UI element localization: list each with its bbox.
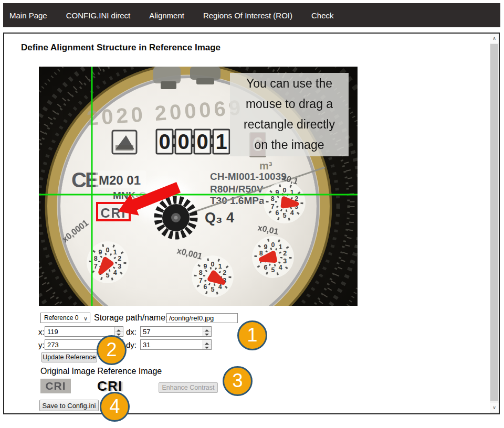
counter-digit: 0 <box>196 130 208 153</box>
svg-text:7: 7 <box>94 263 98 270</box>
nav-config-ini[interactable]: CONFIG.INI direct <box>66 11 131 20</box>
callout-3: 3 <box>223 366 253 396</box>
svg-text:3: 3 <box>283 258 287 265</box>
dx-spinner[interactable] <box>203 327 211 336</box>
save-to-config-button[interactable]: Save to Config.ini <box>39 400 99 411</box>
nav-main-page[interactable]: Main Page <box>9 11 47 20</box>
ce-mark: CE <box>71 168 99 191</box>
dy-label: dy: <box>126 340 136 349</box>
ratio-text: R80H/R50V <box>210 184 264 195</box>
svg-text:6: 6 <box>203 283 207 291</box>
dy-spinner[interactable] <box>203 340 211 349</box>
svg-text:2: 2 <box>118 255 121 262</box>
unit-label: m³ <box>259 160 272 172</box>
original-image-crop: CRI <box>40 379 71 393</box>
storage-path-label: Storage path/name: <box>94 313 168 323</box>
svg-text:2: 2 <box>283 250 287 257</box>
alignment-page: Main Page CONFIG.INI direct Alignment Re… <box>0 0 504 428</box>
spin-up-icon[interactable] <box>203 340 211 345</box>
spin-down-icon[interactable] <box>203 345 211 350</box>
counter-digit: 0 <box>177 130 189 153</box>
vertical-scrollbar[interactable]: ∧ ∨ <box>490 34 499 413</box>
svg-text:1: 1 <box>279 243 282 251</box>
dx-field <box>140 326 212 337</box>
images-caption: Original Image Reference Image <box>40 367 162 376</box>
svg-text:8: 8 <box>271 195 275 202</box>
flow-text: Q₃ 4 <box>205 210 234 226</box>
svg-text:8: 8 <box>199 269 203 276</box>
svg-text:9: 9 <box>203 263 207 270</box>
svg-text:5: 5 <box>283 212 287 219</box>
x-spinner[interactable] <box>114 327 123 336</box>
nav-roi[interactable]: Regions Of Interest (ROI) <box>203 11 292 20</box>
svg-text:5: 5 <box>271 266 275 274</box>
svg-text:7: 7 <box>199 277 203 284</box>
svg-text:6: 6 <box>264 264 267 271</box>
page-title: Define Alignment Structure in Reference … <box>21 42 220 53</box>
callout-4: 4 <box>100 392 130 422</box>
svg-text:4: 4 <box>279 264 282 271</box>
svg-text:2: 2 <box>223 269 226 276</box>
svg-text:7: 7 <box>271 203 275 210</box>
scroll-down-icon[interactable]: ∨ <box>490 403 499 412</box>
counter-digit: 0 <box>159 130 170 153</box>
dx-label: dx: <box>126 327 136 336</box>
reference-select[interactable]: Reference 0 ∨ <box>40 313 90 323</box>
hint-line: rectangle directly <box>230 114 349 135</box>
svg-text:6: 6 <box>275 209 279 217</box>
approval-text: M20 01 <box>99 173 141 187</box>
drag-hint-overlay: You can use the mouse to drag a rectangl… <box>230 73 349 156</box>
svg-text:0: 0 <box>106 247 110 254</box>
dy-field <box>140 339 212 350</box>
svg-text:1: 1 <box>113 249 117 256</box>
callout-2: 2 <box>97 335 127 365</box>
svg-text:5: 5 <box>106 272 110 279</box>
svg-text:0: 0 <box>271 241 275 249</box>
top-nav: Main Page CONFIG.INI direct Alignment Re… <box>3 3 500 27</box>
counter-digit: 1 <box>215 130 227 153</box>
svg-text:4: 4 <box>113 269 117 276</box>
svg-text:0: 0 <box>283 187 287 194</box>
callout-1: 1 <box>237 320 267 350</box>
spin-up-icon[interactable] <box>115 327 123 331</box>
svg-text:5: 5 <box>211 286 215 293</box>
reference-select-value: Reference 0 <box>44 314 78 322</box>
nav-alignment[interactable]: Alignment <box>149 11 184 20</box>
dx-input[interactable] <box>141 327 211 337</box>
spin-down-icon[interactable] <box>203 331 211 337</box>
enhance-contrast-button[interactable]: Enhance Contrast <box>159 382 218 393</box>
x-label: x: <box>38 327 45 336</box>
svg-text:9: 9 <box>98 249 102 256</box>
nav-check[interactable]: Check <box>311 11 334 20</box>
svg-text:8: 8 <box>259 250 263 257</box>
hint-line: on the image <box>230 135 349 155</box>
update-reference-button[interactable]: Update Reference <box>41 352 97 362</box>
hint-line: mouse to drag a <box>230 94 349 114</box>
hint-line: You can use the <box>230 73 349 94</box>
svg-text:9: 9 <box>264 243 267 251</box>
svg-text:0: 0 <box>211 261 215 268</box>
chevron-down-icon: ∨ <box>83 314 88 323</box>
svg-text:8: 8 <box>94 255 98 262</box>
svg-text:3: 3 <box>118 263 121 270</box>
scroll-up-icon[interactable]: ∧ <box>490 34 499 43</box>
dy-input[interactable] <box>141 340 211 350</box>
model-text: CH-MI001-10039 <box>210 171 287 182</box>
spin-up-icon[interactable] <box>203 327 211 331</box>
scrollbar-thumb[interactable] <box>490 44 498 401</box>
svg-text:4: 4 <box>290 209 294 217</box>
storage-path-input[interactable] <box>166 313 238 323</box>
svg-text:1: 1 <box>218 263 222 270</box>
y-label: y: <box>38 340 45 349</box>
